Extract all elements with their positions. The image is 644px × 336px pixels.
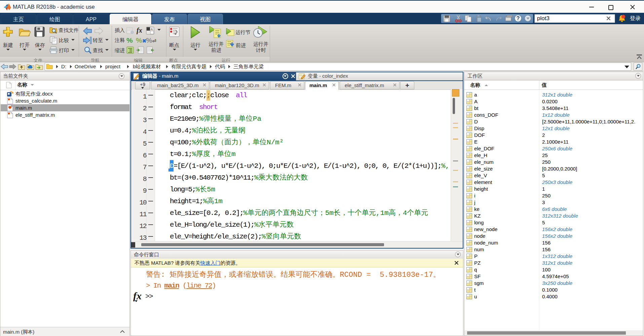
svg-text:A: A: [151, 28, 153, 31]
